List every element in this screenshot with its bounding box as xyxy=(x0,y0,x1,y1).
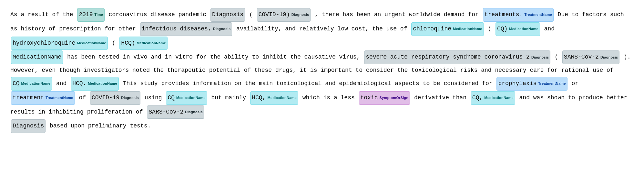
entity-label-treatment-2: TreatmentName xyxy=(538,80,566,87)
entity-diagnosis-standalone[interactable]: Diagnosis xyxy=(11,119,46,133)
entity-label-diagnosis-4: Diagnosis xyxy=(600,54,618,61)
entity-text-sars-cov2: SARS-CoV-2 xyxy=(564,51,599,63)
entity-label-time: Time xyxy=(94,11,103,18)
entity-text-cq-3: CQ xyxy=(168,92,175,104)
entity-text-diagnosis-pandemic: Diagnosis xyxy=(212,9,243,21)
entity-text-cq-2: CQ xyxy=(13,78,20,90)
entity-label-medication-9: MedicationName xyxy=(484,94,514,102)
entity-label-treatment-1: TreatmentName xyxy=(524,11,552,18)
entity-treatment-name[interactable]: treatment TreatmentName xyxy=(11,91,75,105)
entity-text-hydroxychloroquine: hydroxychloroquine xyxy=(13,37,75,49)
entity-sars-syndrome[interactable]: severe acute respiratory syndrome corona… xyxy=(364,50,550,64)
entity-text-infectious: infectious diseases, xyxy=(142,23,211,35)
entity-label-medication-4: MedicationName xyxy=(137,39,166,47)
entity-chloroquine[interactable]: chloroquine MedicationName xyxy=(411,22,484,36)
entity-cq-4[interactable]: CQ, MedicationName xyxy=(471,91,515,105)
entity-text-2019: 2019 xyxy=(79,9,93,21)
entity-label-medication-1: MedicationName xyxy=(453,25,482,33)
entity-label-diagnosis-1: Diagnosis xyxy=(291,11,309,18)
entity-label-diagnosis-3: Diagnosis xyxy=(531,54,549,61)
entity-label-diagnosis-6: Diagnosis xyxy=(185,108,203,116)
entity-label-diagnosis-5: Diagnosis xyxy=(121,94,139,102)
entity-text-hcq: HCQ) xyxy=(121,37,135,49)
entity-hcq[interactable]: HCQ) MedicationName xyxy=(119,37,168,50)
entity-sars-cov2[interactable]: SARS-CoV-2 Diagnosis xyxy=(562,50,620,64)
entity-text-chloroquine: chloroquine xyxy=(413,23,451,35)
entity-hydroxychloroquine[interactable]: hydroxychloroquine MedicationName xyxy=(11,37,108,50)
entity-hcq-2[interactable]: HCQ. MedicationName xyxy=(71,77,119,91)
entity-label-medication-8: MedicationName xyxy=(267,94,297,102)
entity-text-sars-syndrome: severe acute respiratory syndrome corona… xyxy=(366,51,530,63)
entity-label-medication-6: MedicationName xyxy=(88,80,117,87)
entity-text-sars-cov2-2: SARS-CoV-2 xyxy=(148,106,183,118)
entity-label-medication-5: MedicationName xyxy=(21,80,51,87)
entity-treatments[interactable]: treatments. TreatmentName xyxy=(483,8,554,22)
entity-hcq-3[interactable]: HCQ, MedicationName xyxy=(250,91,298,105)
entity-toxic[interactable]: toxic SymptomOrSign xyxy=(359,91,410,105)
entity-prophylaxis[interactable]: prophylaxis TreatmentName xyxy=(496,77,567,91)
entity-label-treatment-3: TreatmentName xyxy=(46,94,73,102)
entity-text-diagnosis-standalone: Diagnosis xyxy=(13,120,44,132)
entity-label-medication-2: MedicationName xyxy=(509,25,538,33)
entity-text-cq-4: CQ, xyxy=(472,92,483,104)
main-content: As a result of the 2019 Time coronavirus… xyxy=(10,8,634,133)
entity-covid19-2[interactable]: COVID-19 Diagnosis xyxy=(90,91,140,105)
entity-medication-name-standalone[interactable]: MedicationName xyxy=(11,50,63,64)
entity-text-medication-standalone: MedicationName xyxy=(13,51,61,63)
entity-text-hcq-2: HCQ. xyxy=(72,78,86,90)
entity-infectious-diseases[interactable]: infectious diseases, Diagnosis xyxy=(140,22,232,36)
entity-text-covid19-2: COVID-19 xyxy=(92,92,119,104)
entity-covid19[interactable]: COVID-19) Diagnosis xyxy=(257,8,311,22)
entity-cq[interactable]: CQ) MedicationName xyxy=(496,22,540,36)
entity-2019[interactable]: 2019 Time xyxy=(77,8,105,22)
entity-text-toxic: toxic xyxy=(361,92,378,104)
entity-label-diagnosis-2: Diagnosis xyxy=(213,25,231,33)
entity-text-treatments: treatments. xyxy=(485,9,523,21)
entity-text-prophylaxis: prophylaxis xyxy=(498,78,537,90)
entity-label-symptom-1: SymptomOrSign xyxy=(380,94,409,102)
entity-cq-3[interactable]: CQ MedicationName xyxy=(166,91,207,105)
entity-cq-2[interactable]: CQ MedicationName xyxy=(11,77,52,91)
entity-diagnosis-pandemic[interactable]: Diagnosis xyxy=(210,8,245,22)
entity-sars-cov2-2[interactable]: SARS-CoV-2 Diagnosis xyxy=(147,105,204,119)
entity-text-treatment-name: treatment xyxy=(13,92,44,104)
paragraph: As a result of the 2019 Time coronavirus… xyxy=(10,8,634,133)
entity-text-cq: CQ) xyxy=(497,23,507,35)
entity-label-medication-7: MedicationName xyxy=(176,94,206,102)
entity-label-medication-3: MedicationName xyxy=(77,39,106,47)
entity-text-hcq-3: HCQ, xyxy=(252,92,266,104)
entity-text-covid19: COVID-19) xyxy=(259,9,290,21)
